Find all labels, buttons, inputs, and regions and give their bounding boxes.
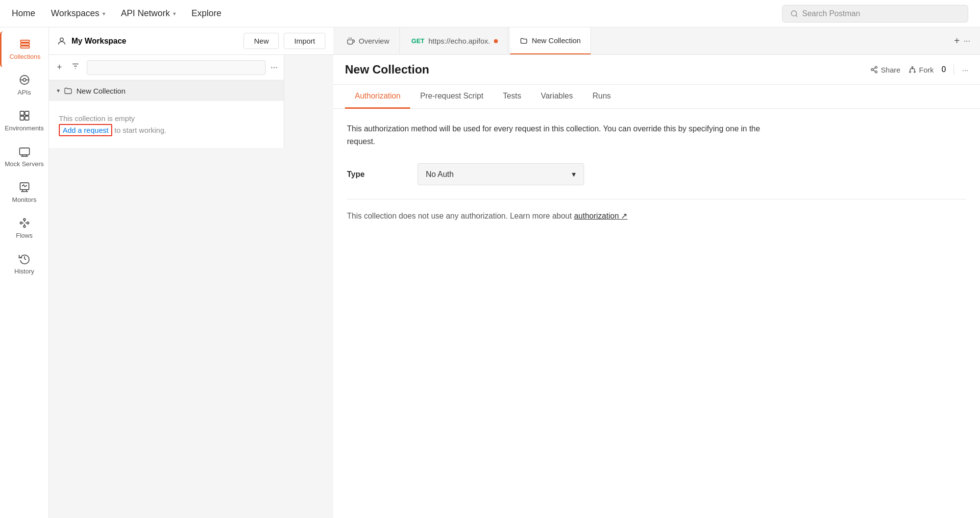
fork-button[interactable]: Fork <box>908 66 934 74</box>
content-more-button[interactable]: ··· <box>962 66 968 74</box>
svg-point-29 <box>60 38 64 41</box>
svg-line-41 <box>873 70 875 72</box>
workspace-header: My Workspace New Import <box>49 27 333 55</box>
svg-point-38 <box>875 66 877 68</box>
content-actions: Share Fork 0 ··· <box>870 65 968 74</box>
sidebar-item-flows[interactable]: Flows <box>0 210 49 246</box>
content-header: New Collection Share Fork 0 <box>333 55 980 85</box>
sidebar-label-history: History <box>14 268 34 275</box>
request-dot <box>494 39 498 43</box>
sidebar-label-environments: Environments <box>5 124 44 132</box>
sidebar-item-monitors[interactable]: Monitors <box>0 174 49 210</box>
user-icon <box>57 36 67 46</box>
sidebar-item-apis[interactable]: APIs <box>0 67 49 103</box>
fork-label: Fork <box>919 66 934 74</box>
svg-point-20 <box>24 219 25 221</box>
authorization-link[interactable]: authorization ↗ <box>574 212 627 220</box>
collections-icon <box>19 38 31 50</box>
tab-bar: Overview GET https://echo.apifox. New Co… <box>333 27 980 55</box>
svg-rect-12 <box>25 116 29 120</box>
content-title: New Collection <box>345 63 429 76</box>
collection-chevron: ▾ <box>57 87 60 94</box>
auth-type-select[interactable]: No Auth ▾ <box>417 163 584 185</box>
share-button[interactable]: Share <box>870 66 901 74</box>
nav-workspaces[interactable]: Workspaces ▾ <box>51 8 105 19</box>
workspace-name-area: My Workspace <box>57 36 126 46</box>
sub-tab-pre-request-script[interactable]: Pre-request Script <box>410 85 493 109</box>
svg-rect-13 <box>20 148 29 155</box>
content-divider <box>954 65 954 74</box>
sub-tabs: Authorization Pre-request Script Tests V… <box>333 85 980 109</box>
authorization-content: This authorization method will be used f… <box>333 109 980 518</box>
apis-icon <box>19 74 30 86</box>
sidebar-item-mock-servers[interactable]: Mock Servers <box>0 139 49 174</box>
collections-search[interactable] <box>87 60 266 75</box>
overview-icon <box>347 37 355 45</box>
empty-state: This collection is empty Add a request t… <box>49 101 284 148</box>
sub-tab-runs[interactable]: Runs <box>583 85 620 109</box>
auth-type-row: Type No Auth ▾ <box>347 163 966 185</box>
new-button[interactable]: New <box>244 33 279 49</box>
get-badge: GET <box>412 37 425 45</box>
sidebar: Collections APIs Environments Mock Serve… <box>0 27 49 518</box>
svg-point-44 <box>909 71 911 73</box>
nav-explore[interactable]: Explore <box>192 8 221 19</box>
mock-servers-icon <box>19 146 30 157</box>
add-request-link[interactable]: Add a request <box>59 124 112 136</box>
sidebar-item-collections[interactable]: Collections <box>0 31 49 67</box>
tab-new-collection[interactable]: New Collection <box>510 27 591 54</box>
add-collection-button[interactable]: + <box>55 60 64 74</box>
svg-point-19 <box>20 222 22 224</box>
svg-point-45 <box>914 71 915 73</box>
import-button[interactable]: Import <box>284 33 325 49</box>
auth-no-auth-message: This collection does not use any authori… <box>347 211 966 221</box>
empty-state-text: This collection is empty <box>59 114 135 123</box>
svg-rect-11 <box>20 116 24 120</box>
svg-line-28 <box>24 259 26 260</box>
collections-panel: + ··· ▾ New Collection <box>49 55 284 148</box>
nav-home[interactable]: Home <box>12 8 35 19</box>
collections-more-button[interactable]: ··· <box>270 62 278 73</box>
tab-overview-label: Overview <box>359 37 390 45</box>
share-icon <box>870 66 878 74</box>
svg-rect-3 <box>21 43 29 45</box>
tab-request-url: https://echo.apifox. <box>428 37 490 45</box>
filter-button[interactable] <box>69 60 82 75</box>
environments-icon <box>19 110 30 122</box>
api-network-chevron: ▾ <box>173 10 176 17</box>
nav-api-network[interactable]: API Network ▾ <box>121 8 176 19</box>
svg-rect-4 <box>21 46 29 48</box>
auth-type-chevron: ▾ <box>572 170 576 179</box>
workspace-actions: New Import <box>244 33 325 49</box>
search-icon <box>790 10 798 18</box>
sidebar-item-environments[interactable]: Environments <box>0 103 49 139</box>
main-content: Overview GET https://echo.apifox. New Co… <box>333 27 980 518</box>
tab-more-button[interactable]: ··· <box>964 37 970 46</box>
top-nav: Home Workspaces ▾ API Network ▾ Explore … <box>0 0 980 27</box>
search-placeholder: Search Postman <box>802 9 860 18</box>
search-bar[interactable]: Search Postman <box>782 5 968 23</box>
svg-point-0 <box>791 11 797 16</box>
nav-left: Home Workspaces ▾ API Network ▾ Explore <box>12 8 221 19</box>
tab-get-request[interactable]: GET https://echo.apifox. <box>402 27 509 54</box>
svg-line-1 <box>796 15 797 17</box>
tab-add-button[interactable]: + <box>954 35 960 47</box>
collection-item-new-collection[interactable]: ▾ New Collection <box>49 80 284 101</box>
sub-tab-authorization[interactable]: Authorization <box>345 85 410 109</box>
collections-panel-body: ▾ New Collection This collection is empt… <box>49 80 284 148</box>
monitors-icon <box>19 181 30 193</box>
sidebar-item-history[interactable]: History <box>0 246 49 282</box>
sub-tab-tests[interactable]: Tests <box>493 85 531 109</box>
tab-overview[interactable]: Overview <box>337 27 400 54</box>
sidebar-label-mock-servers: Mock Servers <box>5 160 44 168</box>
svg-line-42 <box>873 68 875 69</box>
after-text: to start working. <box>115 126 167 134</box>
workspace-name: My Workspace <box>72 37 126 46</box>
tab-collection-label: New Collection <box>532 36 581 45</box>
auth-divider <box>347 199 966 199</box>
svg-point-21 <box>24 225 25 227</box>
auth-type-value: No Auth <box>426 170 454 179</box>
svg-point-40 <box>875 71 877 73</box>
sub-tab-variables[interactable]: Variables <box>531 85 583 109</box>
share-label: Share <box>881 66 901 74</box>
